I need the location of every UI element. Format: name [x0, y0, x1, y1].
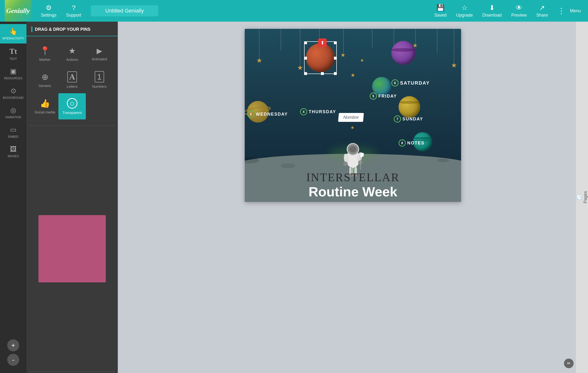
- settings-icon: ⚙: [46, 4, 52, 12]
- pin-generic[interactable]: ⊕ Generic: [31, 66, 58, 93]
- top-navbar: Genially ⚙ Settings ? Support 💾 Saved ☆ …: [0, 0, 588, 22]
- pin-social-media[interactable]: 👍 Social media: [31, 93, 58, 119]
- pin-transparent[interactable]: ○ Transparent: [58, 93, 85, 119]
- planet-selected[interactable]: ⬆: [306, 43, 335, 72]
- planet-purple[interactable]: [391, 41, 415, 65]
- minus-button[interactable]: -: [7, 354, 19, 366]
- planet-gold[interactable]: [399, 96, 420, 118]
- interactivity-panel: DRAG & DROP YOUR PINS 📍 Marker ★ Actions…: [26, 22, 118, 373]
- logo-area[interactable]: Genially: [5, 0, 31, 22]
- pin-marker[interactable]: 📍 Marker: [31, 41, 58, 66]
- day-friday: 5 Friday: [370, 93, 397, 100]
- settings-label: Settings: [41, 13, 56, 18]
- generic-icon: ⊕: [42, 72, 48, 82]
- pages-sidebar[interactable]: 📄 Pages: [576, 22, 588, 373]
- saved-label: Saved: [434, 13, 447, 18]
- add-button[interactable]: +: [7, 339, 19, 351]
- sidebar-item-animation[interactable]: ◎ ANIMATION: [0, 103, 26, 122]
- day-saturday: 6 Saturday: [391, 79, 430, 86]
- saved-icon: 💾: [436, 4, 445, 12]
- canvas-background: ★ ★ ★ ★ ★: [245, 29, 461, 202]
- presentation-canvas[interactable]: ★ ★ ★ ★ ★: [245, 29, 461, 202]
- canvas-pin-red[interactable]: ⬆: [318, 39, 327, 47]
- canvas-title2: Routine Week: [269, 184, 437, 199]
- sidebar-label-images: IMAGES: [8, 155, 19, 158]
- share-label: Share: [536, 13, 548, 18]
- sidebar-label-animation: ANIMATION: [5, 116, 21, 119]
- share-button[interactable]: ↗ Share: [532, 2, 553, 20]
- sidebar-label-text: TEXT: [10, 57, 17, 61]
- sidebar-item-embed[interactable]: ▭ EMBED: [0, 122, 26, 142]
- upgrade-label: Upgrade: [456, 13, 473, 18]
- transparent-label: Transparent: [63, 111, 82, 115]
- social-media-label: Social media: [35, 110, 55, 114]
- images-icon: 🖼: [10, 145, 17, 153]
- day-wednesday: 3 Wednesday: [247, 111, 288, 118]
- sidebar-item-resources[interactable]: ▣ RESOURCES: [0, 64, 26, 83]
- pin-numbers[interactable]: 1 Numbers: [86, 66, 113, 93]
- svg-point-6: [343, 162, 348, 166]
- generic-label: Generic: [39, 84, 51, 88]
- star-2: ★: [360, 58, 364, 63]
- title-input[interactable]: [91, 5, 158, 16]
- sidebar-item-background[interactable]: ⊙ BACKGROUND: [0, 83, 26, 103]
- pin-animated[interactable]: ▶ Animated: [86, 41, 113, 66]
- background-icon: ⊙: [10, 87, 16, 95]
- numbers-label: Numbers: [92, 84, 107, 88]
- support-button[interactable]: ? Support: [61, 2, 86, 20]
- hang-container: ★ ★ ★ ★ ★: [245, 29, 461, 101]
- saved-area: 💾 Saved: [430, 2, 452, 20]
- download-label: Download: [483, 13, 502, 18]
- nombre-text: Nombre: [343, 115, 359, 120]
- download-icon: ⬇: [489, 4, 495, 12]
- sidebar-item-images[interactable]: 🖼 IMAGES: [0, 142, 26, 161]
- preview-area: [26, 127, 118, 370]
- resources-icon: ▣: [10, 67, 16, 75]
- divider-top: [30, 125, 114, 126]
- edit-corner-button[interactable]: ✏: [564, 359, 574, 368]
- text-icon: Tt: [9, 47, 17, 56]
- sidebar-label-resources: RESOURCES: [4, 77, 22, 80]
- canvas-area[interactable]: ★ ★ ★ ★ ★: [118, 22, 588, 373]
- svg-point-3: [349, 146, 357, 152]
- day-thursday: 4 Thursday: [300, 108, 336, 115]
- preview-box: [39, 215, 106, 282]
- letters-label: Letters: [67, 84, 78, 88]
- marker-icon: 📍: [40, 46, 50, 55]
- actions-label: Actions: [66, 57, 78, 62]
- numbers-icon: 1: [95, 71, 104, 83]
- upgrade-icon: ☆: [462, 4, 468, 12]
- pages-icon: 📄: [576, 195, 581, 200]
- header-bar: [31, 26, 32, 32]
- transparent-icon: ○: [67, 98, 77, 109]
- canvas-title1: INTERSTELLAR: [269, 171, 437, 184]
- preview-label: Preview: [511, 13, 527, 18]
- upgrade-button[interactable]: ☆ Upgrade: [452, 2, 478, 20]
- pages-sidebar-inner: 📄 Pages: [576, 191, 588, 203]
- social-media-icon: 👍: [40, 99, 50, 108]
- pages-label: Pages: [583, 191, 588, 203]
- menu-button[interactable]: ⋮: [553, 4, 570, 17]
- support-label: Support: [66, 13, 81, 18]
- letters-icon: A: [67, 71, 77, 83]
- interactivity-icon: 👆: [9, 27, 18, 35]
- animated-icon: ▶: [97, 47, 102, 55]
- sidebar-item-interactivity[interactable]: 👆 INTERACTIVITY: [0, 24, 26, 43]
- animated-label: Animated: [92, 57, 107, 61]
- settings-button[interactable]: ⚙ Settings: [36, 2, 61, 20]
- pin-letters[interactable]: A Letters: [58, 66, 85, 93]
- star-1: ★: [350, 72, 355, 78]
- download-button[interactable]: ⬇ Download: [478, 2, 506, 20]
- sidebar-label-embed: EMBED: [8, 135, 19, 138]
- star-3: ★: [350, 125, 354, 130]
- share-icon: ↗: [539, 4, 545, 12]
- sidebar-item-text[interactable]: Tt TEXT: [0, 43, 26, 64]
- panel-header: DRAG & DROP YOUR PINS: [26, 22, 118, 36]
- marker-label: Marker: [39, 57, 51, 62]
- preview-button[interactable]: 👁 Preview: [506, 2, 532, 20]
- animation-icon: ◎: [10, 106, 16, 114]
- actions-icon: ★: [69, 46, 76, 55]
- canvas-title-area: INTERSTELLAR Routine Week: [269, 171, 437, 199]
- pin-actions[interactable]: ★ Actions: [58, 41, 85, 66]
- left-sidebar: 👆 INTERACTIVITY Tt TEXT ▣ RESOURCES ⊙ BA…: [0, 22, 26, 373]
